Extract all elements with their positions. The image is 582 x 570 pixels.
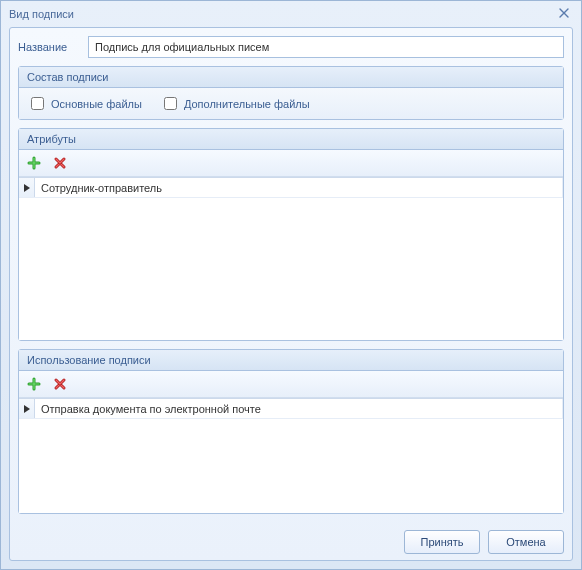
add-icon[interactable] — [23, 373, 45, 395]
usage-toolbar — [19, 371, 563, 398]
list-item[interactable]: Сотрудник-отправитель — [19, 178, 563, 198]
list-item[interactable]: Отправка документа по электронной почте — [19, 399, 563, 419]
extra-files-label: Дополнительные файлы — [184, 98, 310, 110]
window-title: Вид подписи — [9, 8, 74, 20]
delete-icon[interactable] — [49, 152, 71, 174]
composition-group: Состав подписи Основные файлы Дополнител… — [18, 66, 564, 120]
attributes-toolbar — [19, 150, 563, 177]
usage-group: Использование подписи Отправка документа… — [18, 349, 564, 514]
row-marker-icon — [19, 178, 35, 197]
name-row: Название — [18, 36, 564, 58]
close-icon[interactable] — [557, 6, 573, 22]
row-marker-icon — [19, 399, 35, 418]
main-files-check-input[interactable] — [31, 97, 44, 110]
extra-files-checkbox[interactable]: Дополнительные файлы — [160, 94, 310, 113]
usage-cell: Отправка документа по электронной почте — [35, 399, 563, 418]
client-area: Название Состав подписи Основные файлы Д… — [9, 27, 573, 561]
main-files-checkbox[interactable]: Основные файлы — [27, 94, 142, 113]
attributes-grid[interactable]: Сотрудник-отправитель — [19, 177, 563, 340]
ok-button[interactable]: Принять — [404, 530, 480, 554]
footer: Принять Отмена — [18, 522, 564, 554]
composition-header: Состав подписи — [19, 67, 563, 88]
main-files-label: Основные файлы — [51, 98, 142, 110]
attributes-cell: Сотрудник-отправитель — [35, 178, 563, 197]
cancel-button[interactable]: Отмена — [488, 530, 564, 554]
name-label: Название — [18, 41, 78, 53]
name-input[interactable] — [88, 36, 564, 58]
add-icon[interactable] — [23, 152, 45, 174]
composition-body: Основные файлы Дополнительные файлы — [19, 88, 563, 119]
delete-icon[interactable] — [49, 373, 71, 395]
titlebar: Вид подписи — [1, 1, 581, 27]
usage-header: Использование подписи — [19, 350, 563, 371]
attributes-group: Атрибуты Сотрудник-отправитель — [18, 128, 564, 341]
signature-type-dialog: Вид подписи Название Состав подписи Осно… — [0, 0, 582, 570]
extra-files-check-input[interactable] — [164, 97, 177, 110]
usage-grid[interactable]: Отправка документа по электронной почте — [19, 398, 563, 513]
attributes-header: Атрибуты — [19, 129, 563, 150]
